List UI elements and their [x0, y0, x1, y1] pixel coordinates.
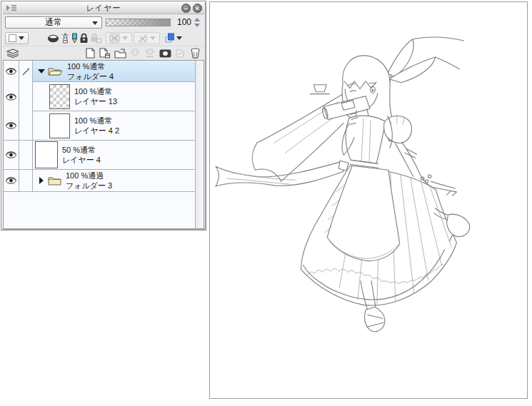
- layer-label: 100 %通常 レイヤー 13: [74, 86, 117, 106]
- layer-row-layer-13[interactable]: 100 %通常 レイヤー 13: [4, 82, 195, 111]
- transfer-to-lower-layer-button[interactable]: [129, 48, 141, 59]
- panel-title: レイヤー: [3, 3, 204, 14]
- eye-icon: [6, 122, 16, 129]
- visibility-toggle[interactable]: [4, 61, 19, 82]
- layer-label: 100 %通常 レイヤー 4 2: [74, 116, 119, 136]
- ruler-disabled-icon: [137, 34, 148, 43]
- opacity-spin-down-icon[interactable]: [194, 24, 200, 27]
- folder-closed-icon: [48, 176, 61, 186]
- layer-label: 100 %通常 フォルダー 4: [67, 61, 114, 81]
- layer-name: フォルダー 3: [66, 181, 112, 191]
- layer-thumbnail[interactable]: [49, 84, 70, 109]
- blend-mode-select[interactable]: 通常: [5, 16, 102, 29]
- set-ruler-range-button[interactable]: [134, 32, 160, 44]
- chevron-down-icon: [19, 36, 24, 40]
- reference-layer-icon[interactable]: [61, 33, 70, 44]
- layer-name: レイヤー 13: [74, 96, 117, 106]
- eye-icon: [6, 151, 16, 158]
- visibility-toggle[interactable]: [4, 170, 19, 192]
- opacity-slider[interactable]: [106, 19, 171, 26]
- blend-mode-value: 通常: [45, 16, 62, 29]
- layer-name: レイヤー 4: [62, 155, 101, 165]
- panel-titlebar: レイヤー − ×: [3, 2, 204, 14]
- blend-opacity-row: 通常 100: [3, 14, 204, 30]
- merge-with-lower-layer-button[interactable]: [144, 48, 156, 59]
- layer-property-toolbar: [3, 30, 204, 46]
- lock-transparent-pixels-icon[interactable]: [90, 33, 102, 44]
- folder-open-icon: [48, 66, 63, 76]
- layer-color-button[interactable]: [161, 32, 186, 44]
- chevron-down-icon: [92, 21, 98, 25]
- create-layer-mask-button[interactable]: [159, 48, 171, 59]
- editing-target-indicator: [19, 111, 33, 141]
- minimize-button[interactable]: −: [181, 4, 191, 13]
- layer-list-options-icon[interactable]: [6, 48, 19, 59]
- editing-target-indicator: [19, 82, 33, 111]
- layers-panel: レイヤー − × 通常 100: [1, 1, 206, 230]
- chevron-down-icon: [122, 36, 128, 40]
- delete-layer-button[interactable]: [189, 48, 201, 59]
- eye-icon: [6, 68, 16, 75]
- layer-thumbnail[interactable]: [49, 113, 70, 138]
- layer-opacity-blend: 100 %通常: [67, 61, 114, 71]
- layer-list: 100 %通常 フォルダー 4 100 %通常 レイヤー 13: [3, 61, 204, 229]
- layer-opacity-blend: 100 %通常: [74, 116, 119, 126]
- new-raster-layer-button[interactable]: [84, 48, 96, 59]
- editing-target-indicator: [19, 141, 33, 170]
- layer-label: 100 %通過 フォルダー 3: [66, 171, 112, 191]
- pen-icon: [21, 67, 31, 76]
- apply-mask-to-layer-button[interactable]: [174, 48, 186, 59]
- new-layer-folder-button[interactable]: [114, 48, 126, 59]
- enable-layer-mask-button[interactable]: [106, 32, 132, 44]
- layer-name: レイヤー 4 2: [74, 126, 119, 136]
- layer-row-layer-4[interactable]: 50 %通常 レイヤー 4: [4, 141, 195, 170]
- chevron-down-icon: [150, 36, 156, 40]
- layer-label: 50 %通常 レイヤー 4: [62, 145, 101, 165]
- layer-opacity-blend: 100 %通常: [74, 86, 117, 96]
- layer-color-icon: [165, 33, 174, 43]
- editing-target-indicator: [19, 170, 33, 192]
- collapse-triangle-icon[interactable]: [38, 69, 45, 73]
- panel-menu-icon: [6, 4, 17, 11]
- editing-target-indicator: [19, 61, 33, 82]
- layer-name: フォルダー 4: [67, 71, 114, 81]
- palette-color-dropdown[interactable]: [5, 32, 29, 44]
- layer-row-folder-4[interactable]: 100 %通常 フォルダー 4: [4, 61, 195, 82]
- canvas-page[interactable]: [209, 1, 528, 399]
- palette-color-swatch: [9, 34, 16, 42]
- close-button[interactable]: ×: [193, 4, 202, 13]
- eye-icon: [6, 177, 16, 184]
- expand-triangle-icon[interactable]: [39, 177, 44, 184]
- layer-list-scrollbar[interactable]: [195, 61, 204, 228]
- opacity-spinner: [194, 18, 200, 27]
- clip-to-layer-below-icon[interactable]: [47, 34, 59, 43]
- eye-icon: [6, 93, 16, 101]
- new-vector-layer-button[interactable]: [99, 48, 111, 59]
- application-window: { "layers_panel": { "title": "レイヤー", "ti…: [0, 0, 532, 406]
- opacity-value: 100: [174, 17, 191, 27]
- mask-disabled-icon: [109, 34, 120, 43]
- draft-layer-icon[interactable]: [71, 33, 78, 44]
- layer-row-folder-3[interactable]: 100 %通過 フォルダー 3: [4, 170, 195, 192]
- window-buttons: − ×: [181, 4, 202, 13]
- layer-thumbnail[interactable]: [35, 141, 58, 168]
- layer-opacity-blend: 100 %通過: [66, 171, 112, 181]
- lock-layer-icon[interactable]: [79, 33, 89, 44]
- panel-menu-button[interactable]: [6, 4, 17, 11]
- command-icons: [84, 48, 201, 59]
- visibility-toggle[interactable]: [4, 141, 19, 170]
- opacity-spin-up-icon[interactable]: [194, 18, 200, 21]
- layer-row-layer-4-2[interactable]: 100 %通常 レイヤー 4 2: [4, 111, 195, 141]
- canvas-artwork-line-drawing: [210, 2, 527, 398]
- visibility-toggle[interactable]: [4, 82, 19, 111]
- chevron-down-icon: [176, 36, 182, 40]
- layer-opacity-blend: 50 %通常: [62, 145, 101, 155]
- layer-command-bar: [3, 46, 204, 61]
- visibility-toggle[interactable]: [4, 111, 19, 141]
